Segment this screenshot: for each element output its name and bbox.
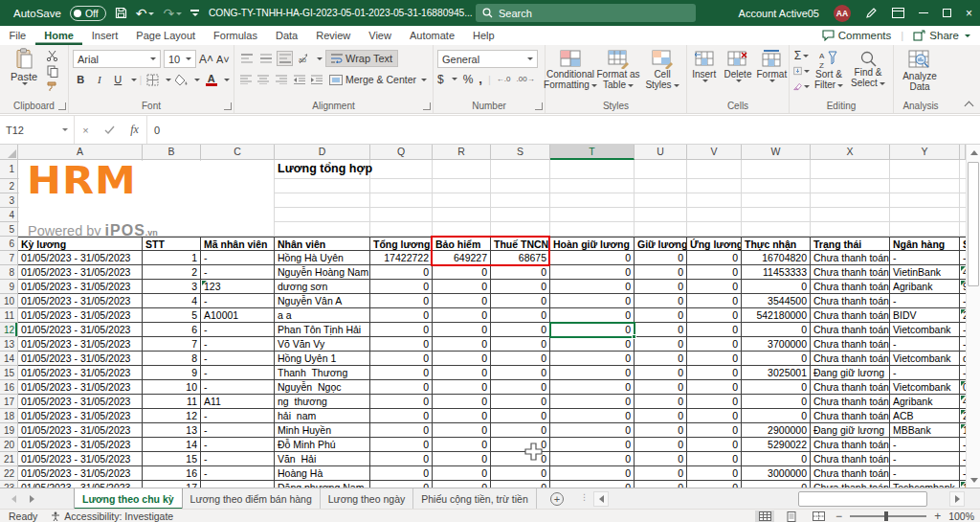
share-button[interactable]: Share	[913, 30, 970, 41]
fill-button[interactable]	[793, 63, 810, 79]
row-header-6[interactable]: 6	[0, 237, 18, 251]
cell-R6[interactable]: Bảo hiểm	[433, 237, 491, 251]
zoom-slider[interactable]	[850, 515, 926, 517]
cell-W8[interactable]: 11453333	[742, 265, 811, 280]
cell-T17[interactable]: 0	[550, 395, 635, 409]
cell-Y22[interactable]: -	[890, 466, 960, 481]
cell-X8[interactable]: Chưa thanh toán	[811, 265, 890, 280]
cell-W16[interactable]: 0	[742, 380, 811, 395]
cell-W20[interactable]: 5290022	[742, 438, 811, 452]
cell-C14[interactable]: -	[201, 352, 275, 366]
cancel-icon[interactable]: ×	[82, 125, 88, 136]
alignment-dialog-launcher[interactable]	[423, 102, 431, 110]
paste-button[interactable]: Paste	[6, 48, 42, 94]
cell-C16[interactable]: -	[201, 380, 275, 395]
cell-C13[interactable]: -	[201, 337, 275, 352]
cell-A20[interactable]: 01/05/2023 - 31/05/2023	[18, 438, 143, 452]
cell-U12[interactable]: 0	[635, 323, 687, 337]
cell-R16[interactable]: 0	[433, 380, 491, 395]
hscroll-right-button[interactable]	[949, 491, 965, 507]
cell-C15[interactable]: -	[201, 366, 275, 380]
cell-Y17[interactable]: Agribank	[890, 395, 960, 409]
cell-R8[interactable]: 0	[433, 265, 491, 280]
cell-T19[interactable]: 0	[550, 423, 635, 438]
cell-U22[interactable]: 0	[635, 466, 687, 481]
tab-home[interactable]: Home	[35, 26, 83, 45]
cell-S9[interactable]: 0	[491, 280, 550, 294]
cell-X15[interactable]: Đang giữ lương	[811, 366, 890, 380]
tab-formulas[interactable]: Formulas	[205, 26, 267, 45]
cell-S18[interactable]: 0	[491, 409, 550, 423]
cell-W12[interactable]: 0	[742, 323, 811, 337]
cell-X10[interactable]: Chưa thanh toán	[811, 294, 890, 308]
cell-R10[interactable]: 0	[433, 294, 491, 308]
cell-R14[interactable]: 0	[433, 352, 491, 366]
cell-Y6[interactable]: Ngân hàng	[890, 237, 960, 251]
cell-U9[interactable]: 0	[635, 280, 687, 294]
cell-T18[interactable]: 0	[550, 409, 635, 423]
cell-V6[interactable]: Ứng lương	[687, 237, 742, 251]
cell-S10[interactable]: 0	[491, 294, 550, 308]
cell-D19[interactable]: Minh Huyền	[275, 423, 370, 438]
column-header-R[interactable]: R	[433, 145, 491, 160]
number-format-combo[interactable]: General	[437, 50, 538, 68]
cell-A6[interactable]: Kỳ lương	[18, 237, 143, 251]
cell-X17[interactable]: Chưa thanh toán	[811, 395, 890, 409]
cell-B11[interactable]: 5	[143, 308, 201, 323]
cell-C6[interactable]: Mã nhân viên	[201, 237, 275, 251]
cell-D12[interactable]: Phan Tôn Tịnh Hải	[275, 323, 370, 337]
pen-mode-icon[interactable]	[865, 7, 878, 19]
cell-X11[interactable]: Chưa thanh toán	[811, 308, 890, 323]
cell-B20[interactable]: 14	[143, 438, 201, 452]
cell-A16[interactable]: 01/05/2023 - 31/05/2023	[18, 380, 143, 395]
zoom-level[interactable]: 100%	[948, 511, 974, 522]
column-header-C[interactable]: C	[201, 145, 275, 160]
cell-C18[interactable]: -	[201, 409, 275, 423]
copy-button[interactable]	[44, 63, 60, 79]
cell-V21[interactable]: 0	[687, 452, 742, 466]
cell-V16[interactable]: 0	[687, 380, 742, 395]
increase-indent-button[interactable]	[309, 72, 324, 87]
cell-C19[interactable]: -	[201, 423, 275, 438]
cell-W9[interactable]: 0	[742, 280, 811, 294]
cell-W15[interactable]: 3025001	[742, 366, 811, 380]
column-header-A[interactable]: A	[18, 145, 143, 160]
align-top-button[interactable]	[238, 51, 255, 66]
cell-V18[interactable]: 0	[687, 409, 742, 423]
cell-V12[interactable]: 0	[687, 323, 742, 337]
tab-page-layout[interactable]: Page Layout	[127, 26, 205, 45]
cell-A19[interactable]: 01/05/2023 - 31/05/2023	[18, 423, 143, 438]
cell-U21[interactable]: 0	[635, 452, 687, 466]
cell-A11[interactable]: 01/05/2023 - 31/05/2023	[18, 308, 143, 323]
cell-Q16[interactable]: 0	[370, 380, 433, 395]
cell-T10[interactable]: 0	[550, 294, 635, 308]
cell-C12[interactable]: -	[201, 323, 275, 337]
cell-B6[interactable]: STT	[143, 237, 201, 251]
cell-Q12[interactable]: 0	[370, 323, 433, 337]
cut-button[interactable]	[44, 48, 60, 63]
row-header-22[interactable]: 22	[0, 466, 18, 481]
cell-R15[interactable]: 0	[433, 366, 491, 380]
cell-U8[interactable]: 0	[635, 265, 687, 280]
cell-U15[interactable]: 0	[635, 366, 687, 380]
formula-input[interactable]: 0	[147, 116, 980, 144]
clipboard-dialog-launcher[interactable]	[58, 102, 66, 110]
account-label[interactable]: Account Active05	[739, 8, 819, 19]
cell-S15[interactable]: 0	[491, 366, 550, 380]
avatar[interactable]: AA	[834, 5, 851, 22]
increase-decimal-button[interactable]: ←.0	[497, 75, 511, 83]
cell-Y10[interactable]: -	[890, 294, 960, 308]
customize-qat-icon[interactable]	[190, 10, 199, 16]
cell-B23[interactable]: 17	[143, 481, 201, 488]
sheet-tab[interactable]: Phiếu cộng tiền, trừ tiền	[413, 488, 537, 510]
row-header-21[interactable]: 21	[0, 452, 18, 466]
cell-S7[interactable]: 68675	[491, 251, 550, 265]
cell-W18[interactable]: 0	[742, 409, 811, 423]
row-header-23[interactable]: 23	[0, 481, 18, 488]
cell-V20[interactable]: 0	[687, 438, 742, 452]
cell-Q6[interactable]: Tổng lương	[370, 237, 433, 251]
cell-A14[interactable]: 01/05/2023 - 31/05/2023	[18, 352, 143, 366]
cell-R7[interactable]: 649227	[433, 251, 491, 265]
cell-Q8[interactable]: 0	[370, 265, 433, 280]
cell-B8[interactable]: 2	[143, 265, 201, 280]
